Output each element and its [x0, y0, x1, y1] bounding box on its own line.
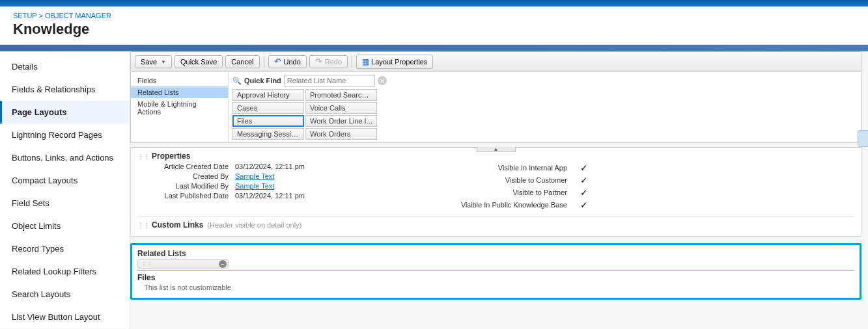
property-row: Visible to Customer✓ [443, 175, 854, 185]
property-label: Visible to Partner [443, 189, 574, 196]
related-list-slot[interactable]: ⋮⋮ − [137, 259, 229, 269]
redo-icon [315, 58, 323, 66]
related-list-divider [137, 270, 854, 270]
property-label: Last Modified By [137, 182, 235, 190]
palette-categories: FieldsRelated ListsMobile & Lightning Ac… [131, 72, 229, 142]
palette-item[interactable]: Approval History [232, 89, 304, 101]
property-label: Article Created Date [137, 163, 235, 170]
sidebar-item-lightning-record-pages[interactable]: Lightning Record Pages [0, 124, 130, 146]
sidebar-item-list-view-button-layout[interactable]: List View Button Layout [0, 306, 130, 328]
page-title: Knowledge [13, 21, 855, 38]
save-button[interactable]: Save [135, 55, 172, 68]
sidebar-item-details[interactable]: Details [0, 55, 130, 78]
custom-links-section-header: ⋮⋮ Custom Links (Header visible on detai… [137, 220, 854, 230]
quick-find-input[interactable] [284, 75, 375, 86]
remove-icon[interactable]: − [219, 260, 227, 268]
property-value[interactable]: Sample Text [235, 182, 274, 190]
breadcrumb-object-manager[interactable]: OBJECT MANAGER [45, 12, 111, 20]
property-value[interactable]: Sample Text [235, 172, 274, 180]
sidebar-item-compact-layouts[interactable]: Compact Layouts [0, 169, 130, 192]
top-accent-bar [0, 0, 868, 7]
property-value: 03/12/2024, 12:11 pm [235, 163, 305, 170]
palette-category[interactable]: Related Lists [131, 86, 228, 98]
property-row: Visible to Partner✓ [443, 187, 854, 198]
property-label: Last Published Date [137, 192, 235, 200]
property-label: Created By [137, 172, 235, 180]
properties-section-header: ⋮⋮ Properties [137, 151, 854, 161]
palette-category[interactable]: Fields [131, 75, 228, 86]
sidebar-item-related-lookup-filters[interactable]: Related Lookup Filters [0, 260, 130, 283]
undo-button[interactable]: Undo [268, 55, 307, 68]
sidebar-item-buttons-links-and-actions[interactable]: Buttons, Links, and Actions [0, 146, 130, 169]
property-row: Last Published Date03/12/2024, 12:11 pm [137, 192, 443, 200]
sidebar-item-page-layouts[interactable]: Page Layouts [0, 101, 130, 124]
quick-save-button[interactable]: Quick Save [175, 55, 223, 68]
palette-items: Approval HistoryPromoted Search T...Case… [232, 89, 857, 140]
sidebar-item-fields-relationships[interactable]: Fields & Relationships [0, 78, 130, 101]
palette-item[interactable]: Voice Calls [305, 102, 377, 114]
page-header: SETUP > OBJECT MANAGER Knowledge [0, 7, 868, 45]
palette-item[interactable]: Promoted Search T... [305, 89, 377, 101]
property-label: Visible In Public Knowledge Base [443, 201, 574, 209]
related-list-files-title: Files [137, 273, 854, 282]
breadcrumb-sep: > [39, 12, 43, 20]
sidebar-item-search-layouts[interactable]: Search Layouts [0, 283, 130, 306]
check-icon: ✓ [580, 187, 588, 198]
cancel-button[interactable]: Cancel [225, 55, 259, 68]
check-icon: ✓ [580, 175, 588, 185]
property-row: Visible In Public Knowledge Base✓ [443, 200, 854, 210]
property-label: Visible In Internal App [443, 164, 574, 172]
property-row: Visible In Internal App✓ [443, 163, 854, 173]
layout-icon [362, 57, 369, 66]
grip-icon: ⋮⋮ [137, 222, 149, 229]
related-lists-dropzone: Related Lists ⋮⋮ − Files This list is no… [130, 243, 861, 300]
sidebar-item-record-types[interactable]: Record Types [0, 237, 130, 260]
breadcrumb-setup[interactable]: SETUP [13, 12, 36, 20]
breadcrumb: SETUP > OBJECT MANAGER [13, 12, 855, 20]
property-label: Visible to Customer [443, 176, 574, 184]
check-icon: ✓ [580, 163, 588, 173]
property-row: Article Created Date03/12/2024, 12:11 pm [137, 163, 443, 170]
layout-canvas: ▲ ⋮⋮ Properties Article Created Date03/1… [130, 147, 861, 237]
editor-toolbar: Save Quick Save Cancel Undo Redo Layout … [130, 51, 861, 72]
property-row: Created BySample Text [137, 172, 443, 180]
grip-icon: ⋮⋮ [137, 153, 149, 160]
quick-find-row: Quick Find ✕ [232, 75, 857, 86]
pattern-bar [0, 45, 868, 51]
grip-icon: ⋮⋮ [141, 261, 152, 268]
related-lists-section-header: Related Lists [137, 249, 854, 258]
quick-find-label: Quick Find [244, 77, 281, 85]
palette-item[interactable]: Files [232, 115, 304, 127]
clear-search-button[interactable]: ✕ [378, 76, 387, 85]
search-icon [232, 76, 242, 85]
separator [264, 56, 264, 68]
sidebar: DetailsFields & RelationshipsPage Layout… [0, 51, 130, 328]
layout-properties-button[interactable]: Layout Properties [356, 55, 433, 69]
property-value: 03/12/2024, 12:11 pm [235, 192, 305, 200]
undo-icon [274, 58, 282, 66]
sidebar-item-field-sets[interactable]: Field Sets [0, 192, 130, 215]
redo-button[interactable]: Redo [309, 55, 348, 68]
check-icon: ✓ [580, 200, 588, 210]
right-drawer-handle[interactable] [858, 130, 868, 147]
sidebar-item-object-limits[interactable]: Object Limits [0, 215, 130, 237]
palette-item[interactable]: Work Orders [305, 128, 377, 140]
palette-category[interactable]: Mobile & Lightning Actions [131, 98, 228, 118]
palette-item[interactable]: Messaging Sessions [232, 128, 304, 140]
palette-item[interactable]: Cases [232, 102, 304, 114]
component-palette: FieldsRelated ListsMobile & Lightning Ac… [130, 72, 861, 143]
content-area: Save Quick Save Cancel Undo Redo Layout … [130, 51, 868, 328]
collapse-handle[interactable]: ▲ [477, 147, 516, 152]
related-list-files-note: This list is not customizable [144, 283, 854, 291]
palette-item[interactable]: Work Order Line I... [305, 115, 377, 127]
separator [352, 56, 352, 68]
property-row: Last Modified BySample Text [137, 182, 443, 190]
